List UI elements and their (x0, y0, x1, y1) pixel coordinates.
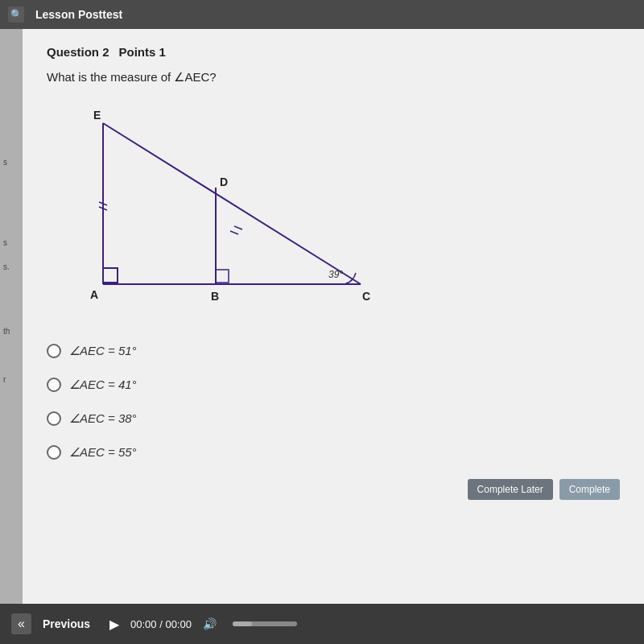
svg-line-2 (103, 123, 361, 284)
svg-text:C: C (362, 290, 370, 303)
answer-choice-3[interactable]: ∠AEC = 38° (47, 411, 620, 426)
answer-text-2: ∠AEC = 41° (69, 378, 137, 392)
svg-line-14 (230, 231, 238, 234)
answer-choice-2[interactable]: ∠AEC = 41° (47, 378, 620, 392)
progress-bar[interactable] (233, 621, 297, 626)
svg-line-15 (234, 226, 242, 229)
question-header: Question 2 Points 1 (47, 45, 620, 59)
left-sidebar: s s s. th r (0, 29, 23, 604)
top-bar: 🔍 Lesson Posttest (0, 0, 644, 29)
points-label: Points 1 (119, 45, 166, 59)
sidebar-label-4: th (3, 327, 10, 336)
complete-later-button[interactable]: Complete Later (468, 479, 553, 500)
answer-choice-1[interactable]: ∠AEC = 51° (47, 344, 620, 358)
svg-text:D: D (220, 175, 228, 188)
radio-1[interactable] (47, 344, 61, 358)
svg-rect-4 (103, 268, 118, 283)
previous-button[interactable]: Previous (43, 617, 90, 630)
diagram-container: 39° E A B C D (55, 99, 620, 328)
svg-text:A: A (90, 288, 98, 301)
radio-2[interactable] (47, 378, 61, 392)
svg-text:E: E (93, 109, 101, 122)
lesson-title: Lesson Posttest (35, 8, 122, 21)
svg-text:39°: 39° (328, 269, 343, 280)
main-content: Question 2 Points 1 What is the measure … (23, 29, 644, 604)
sidebar-label-1: s (3, 158, 7, 167)
svg-rect-5 (216, 270, 229, 283)
question-text: What is the measure of ∠AEC? (47, 70, 620, 85)
double-chevron-left-icon[interactable]: « (11, 613, 31, 634)
answer-text-4: ∠AEC = 55° (69, 445, 137, 460)
progress-fill (233, 621, 252, 626)
sidebar-label-5: r (3, 375, 6, 384)
sidebar-label-2: s (3, 238, 7, 247)
complete-button[interactable]: Complete (559, 479, 620, 500)
svg-text:B: B (211, 290, 219, 303)
question-label: Question 2 (47, 45, 109, 59)
radio-4[interactable] (47, 445, 61, 460)
answer-choice-4[interactable]: ∠AEC = 55° (47, 445, 620, 460)
sidebar-label-3: s. (3, 262, 10, 271)
geometry-diagram: 39° E A B C D (55, 99, 393, 324)
play-button-icon[interactable]: ▶ (109, 617, 119, 632)
bottom-bar: « Previous ▶ 00:00 / 00:00 🔊 (0, 604, 644, 644)
radio-3[interactable] (47, 411, 61, 426)
answers-container: ∠AEC = 51° ∠AEC = 41° ∠AEC = 38° ∠AEC = … (47, 344, 620, 460)
time-display: 00:00 / 00:00 (130, 618, 192, 630)
answer-text-1: ∠AEC = 51° (69, 344, 137, 358)
answer-text-3: ∠AEC = 38° (69, 411, 137, 426)
search-icon[interactable]: 🔍 (8, 6, 24, 23)
volume-icon[interactable]: 🔊 (203, 617, 217, 630)
